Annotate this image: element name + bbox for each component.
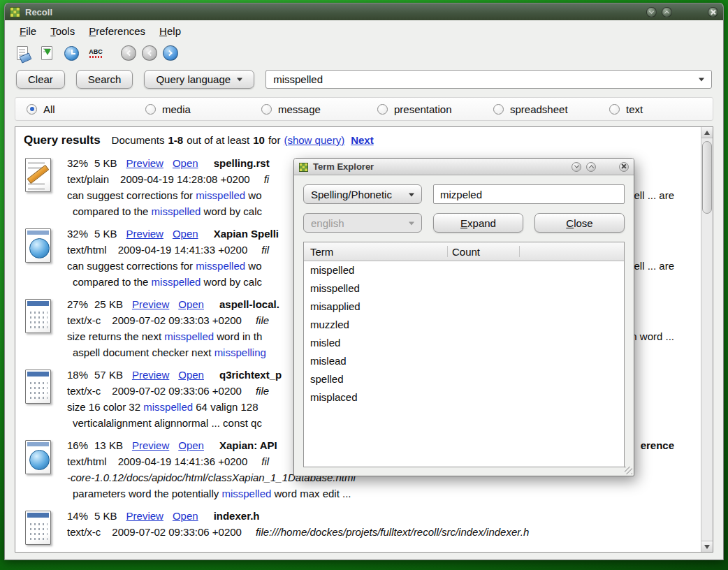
term-row[interactable]: misspelled <box>304 279 624 298</box>
of-text: out of at least <box>187 134 249 146</box>
doc-date: 2009-07-02 09:33:03 +0200 <box>112 314 242 326</box>
mime-type: text/x-c <box>67 526 101 538</box>
html-file-icon <box>22 439 54 478</box>
result-title: Xapian: API <box>219 439 277 451</box>
save-query-icon[interactable] <box>38 43 56 63</box>
count-column-header[interactable]: Count <box>452 246 480 258</box>
menu-item-help[interactable]: Help <box>153 22 187 40</box>
shade-button[interactable] <box>646 7 657 17</box>
history-icon[interactable] <box>62 43 80 63</box>
close-icon <box>621 163 627 170</box>
snippet-line: parameters word the potentially misspell… <box>67 485 683 502</box>
radio-media-icon[interactable] <box>145 104 156 115</box>
chevron-up-icon <box>588 165 593 170</box>
arrow-right-icon <box>166 50 172 56</box>
term-input[interactable]: mizpeled <box>433 184 625 204</box>
term-mode-dropdown[interactable]: Spelling/Phonetic <box>303 184 422 204</box>
dialog-shade-button[interactable] <box>572 162 581 172</box>
preview-link[interactable]: Preview <box>132 369 169 381</box>
search-row: Clear Search Query language misspelled <box>5 65 723 93</box>
result-title: indexer.h <box>214 510 260 522</box>
nav-forward-button[interactable] <box>163 45 178 61</box>
term-row[interactable]: muzzled <box>304 316 624 334</box>
spellcheck-icon[interactable]: ABC <box>87 43 105 63</box>
nav-buttons <box>121 45 178 61</box>
filter-message[interactable]: message <box>261 103 377 115</box>
open-link[interactable]: Open <box>173 157 198 169</box>
preview-link[interactable]: Preview <box>126 157 163 169</box>
file-path: file <box>256 385 269 397</box>
expand-button[interactable]: Expand <box>433 213 523 233</box>
open-link[interactable]: Open <box>173 510 198 522</box>
filter-media[interactable]: media <box>145 103 261 115</box>
query-input[interactable]: misspelled <box>265 70 712 89</box>
radio-presentation-icon[interactable] <box>377 104 388 115</box>
highlight-term: misspelled <box>152 276 201 288</box>
preview-link[interactable]: Preview <box>126 228 163 240</box>
term-cell: misplaced <box>304 388 358 407</box>
unshade-button[interactable] <box>662 7 672 17</box>
show-query-link[interactable]: (show query) <box>284 134 344 146</box>
result-item: 14%5 KBPreviewOpenindexer.htext/x-c2009-… <box>22 508 683 548</box>
term-row[interactable]: misled <box>304 334 624 352</box>
combo-arrow-icon[interactable] <box>699 78 704 84</box>
scroll-up-button[interactable] <box>701 127 713 138</box>
result-title: Xapian Spelli <box>214 228 279 240</box>
scroll-down-button[interactable] <box>701 541 713 552</box>
term-cell: misapplied <box>304 298 361 316</box>
mime-type: text/html <box>67 244 107 256</box>
results-scrollbar[interactable] <box>701 127 713 552</box>
radio-message-icon[interactable] <box>261 104 272 115</box>
close-button[interactable]: Close <box>534 213 625 233</box>
open-link[interactable]: Open <box>178 439 204 451</box>
term-row[interactable]: mispelled <box>304 261 624 279</box>
open-link[interactable]: Open <box>178 369 204 381</box>
search-button[interactable]: Search <box>76 70 133 89</box>
preview-link[interactable]: Preview <box>132 298 169 310</box>
term-row[interactable]: misplaced <box>304 388 624 407</box>
term-column-header[interactable]: Term <box>304 246 333 258</box>
term-mode-value: Spelling/Phonetic <box>311 189 392 200</box>
chevron-down-icon <box>409 221 414 228</box>
open-link[interactable]: Open <box>178 298 204 310</box>
highlight-term: misspelling <box>214 346 266 358</box>
nav-back-button[interactable] <box>121 45 136 61</box>
scrollbar-thumb[interactable] <box>702 141 712 214</box>
radio-spreadsheet-icon[interactable] <box>493 104 504 115</box>
term-cell: mispelled <box>304 261 354 279</box>
nav-back-button-2[interactable] <box>142 45 157 61</box>
resize-grip-icon[interactable] <box>625 467 632 474</box>
page-eraser-icon <box>17 46 28 60</box>
filter-all[interactable]: All <box>27 103 145 115</box>
menu-item-file[interactable]: File <box>13 22 43 40</box>
clear-fields-icon[interactable] <box>13 43 31 63</box>
menu-item-tools[interactable]: Tools <box>44 22 81 40</box>
term-explorer-titlebar[interactable]: Term Explorer <box>294 159 634 175</box>
relevance-percent: 18% <box>67 369 88 381</box>
dialog-window-controls <box>572 162 629 172</box>
term-table-header[interactable]: Term Count <box>304 242 624 261</box>
title-bar[interactable]: Recoll <box>5 3 723 20</box>
dialog-unshade-button[interactable] <box>586 162 596 172</box>
preview-link[interactable]: Preview <box>132 439 169 451</box>
filter-presentation[interactable]: presentation <box>377 103 493 115</box>
open-link[interactable]: Open <box>173 228 198 240</box>
radio-text-icon[interactable] <box>609 104 620 115</box>
term-row[interactable]: misapplied <box>304 298 624 316</box>
menu-item-preferences[interactable]: Preferences <box>82 22 152 40</box>
term-row[interactable]: spelled <box>304 370 624 388</box>
preview-link[interactable]: Preview <box>126 510 163 522</box>
radio-all-icon[interactable] <box>27 104 37 115</box>
filter-spreadsheet[interactable]: spreadsheet <box>493 103 609 115</box>
next-page-link[interactable]: Next <box>351 134 374 146</box>
term-row[interactable]: mislead <box>304 352 624 370</box>
clear-button[interactable]: Clear <box>16 70 65 89</box>
file-size: 25 KB <box>94 298 123 310</box>
close-window-button[interactable] <box>708 7 718 17</box>
highlight-term: misspelled <box>143 401 193 413</box>
query-language-dropdown[interactable]: Query language <box>144 70 254 89</box>
dialog-close-button[interactable] <box>619 162 629 172</box>
filter-text[interactable]: text <box>609 103 713 115</box>
term-explorer-body: Spelling/Phonetic mizpeled english Expan… <box>294 175 634 476</box>
clear-button-label: Clear <box>28 73 53 85</box>
